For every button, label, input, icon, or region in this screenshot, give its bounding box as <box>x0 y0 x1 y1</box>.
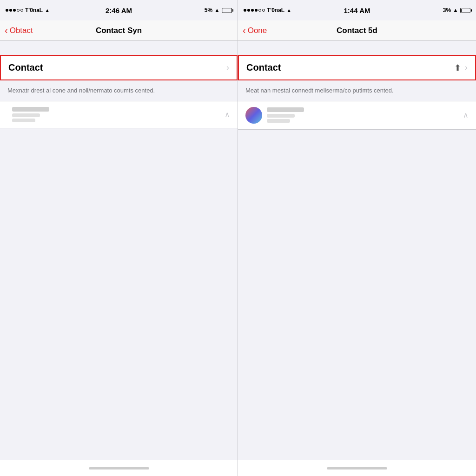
avatar-right <box>245 107 262 124</box>
home-indicator-row-left <box>0 460 238 476</box>
dot3 <box>13 9 16 12</box>
row-chevron-left: › <box>226 63 229 73</box>
signal-icon-left: ▲ <box>214 7 220 13</box>
dot2 <box>9 9 12 12</box>
back-label-left: Obtact <box>10 26 33 35</box>
status-right-left: 5% ▲ <box>205 7 232 13</box>
content-left: Contact › Mexnatr drest al cone and noli… <box>0 41 238 460</box>
dot5 <box>20 9 23 12</box>
dot6r <box>262 9 265 12</box>
account-sub-blur-right <box>267 114 295 118</box>
row-actions-left: › <box>226 63 229 73</box>
chevron-up-left: ∧ <box>225 110 230 119</box>
section-gap-right <box>238 41 476 55</box>
battery-fill-right <box>461 9 462 12</box>
account-section-left[interactable]: ∧ <box>0 101 238 128</box>
row-actions-right: ⬆ › <box>454 63 468 73</box>
dot4 <box>17 9 20 12</box>
nav-bar-left: ‹ Obtact Contact Syn <box>0 20 238 41</box>
description-text-left: Mexnatr drest al cone and noli/nermato c… <box>7 86 230 95</box>
home-indicator-row-right <box>238 460 476 476</box>
back-button-right[interactable]: ‹ Oone <box>243 25 267 36</box>
carrier-right: T'0naL <box>267 7 284 13</box>
account-info-right <box>267 107 458 123</box>
dot1r <box>244 9 246 12</box>
dot4r <box>255 9 258 12</box>
time-left: 2:46 AM <box>106 7 132 14</box>
back-chevron-right: ‹ <box>243 25 246 36</box>
row-chevron-right: › <box>465 63 468 73</box>
home-indicator-right <box>327 467 387 469</box>
nav-bar-right: ‹ Oone Contact 5d <box>238 20 476 41</box>
battery-icon-right <box>460 8 470 13</box>
status-right-right: 3% ▲ <box>443 7 470 13</box>
contact-row-left[interactable]: Contact › <box>0 55 238 80</box>
account-sub-blur2-left <box>12 119 35 122</box>
dot3r <box>251 9 254 12</box>
nav-title-left: Contact Syn <box>96 26 142 35</box>
status-bar-right: T'0naL ▲ 1:44 AM 3% ▲ <box>238 0 476 20</box>
time-right: 1:44 AM <box>344 7 370 14</box>
carrier-left: T'0naL <box>25 7 43 13</box>
dot1 <box>6 9 8 12</box>
contact-label-left: Contact <box>8 62 43 73</box>
account-section-right[interactable]: ∧ <box>238 101 476 130</box>
status-bar-left: T'0naL ▲ 2:46 AM 5% ▲ <box>0 0 238 20</box>
account-info-left <box>12 107 220 122</box>
wifi-icon-right: ▲ <box>286 7 291 13</box>
back-chevron-left: ‹ <box>5 25 8 36</box>
home-indicator-left <box>89 467 149 469</box>
battery-pct-left: 5% <box>205 7 212 13</box>
contact-label-right: Contact <box>246 62 281 73</box>
battery-fill-left <box>223 9 223 12</box>
back-label-right: Oone <box>248 26 267 35</box>
screen-left: T'0naL ▲ 2:46 AM 5% ▲ ‹ Obtact Contact S… <box>0 0 238 476</box>
battery-right <box>460 8 470 13</box>
back-button-left[interactable]: ‹ Obtact <box>5 25 33 36</box>
screen-right: T'0naL ▲ 1:44 AM 3% ▲ ‹ Oone Contact 5d <box>238 0 476 476</box>
description-text-right: Meat nan mestal connedt meliserma/co put… <box>245 86 469 95</box>
dot2r <box>247 9 250 12</box>
account-sub-blur-left <box>12 113 40 117</box>
account-name-blur-right <box>267 107 304 112</box>
contact-row-right[interactable]: Contact ⬆ › <box>238 55 476 80</box>
nav-title-right: Contact 5d <box>337 26 377 35</box>
account-name-blur-left <box>12 107 49 112</box>
battery-pct-right: 3% <box>443 7 451 13</box>
signal-icon-right: ▲ <box>453 7 458 13</box>
battery-icon-left <box>222 8 232 13</box>
battery-left <box>222 8 232 13</box>
dot5r <box>258 9 261 12</box>
description-area-left: Mexnatr drest al cone and noli/nermato c… <box>0 80 238 101</box>
status-left-right: T'0naL ▲ <box>244 7 291 13</box>
section-gap-left <box>0 41 238 55</box>
content-right: Contact ⬆ › Meat nan mestal connedt meli… <box>238 41 476 460</box>
wifi-icon-left: ▲ <box>45 7 50 13</box>
status-left-left: T'0naL ▲ <box>6 7 50 13</box>
description-area-right: Meat nan mestal connedt meliserma/co put… <box>238 80 476 101</box>
upload-icon-right: ⬆ <box>454 63 461 73</box>
signal-dots-left <box>6 9 23 12</box>
signal-dots-right <box>244 9 265 12</box>
account-sub-blur2-right <box>267 119 290 123</box>
chevron-up-right: ∧ <box>463 111 469 119</box>
